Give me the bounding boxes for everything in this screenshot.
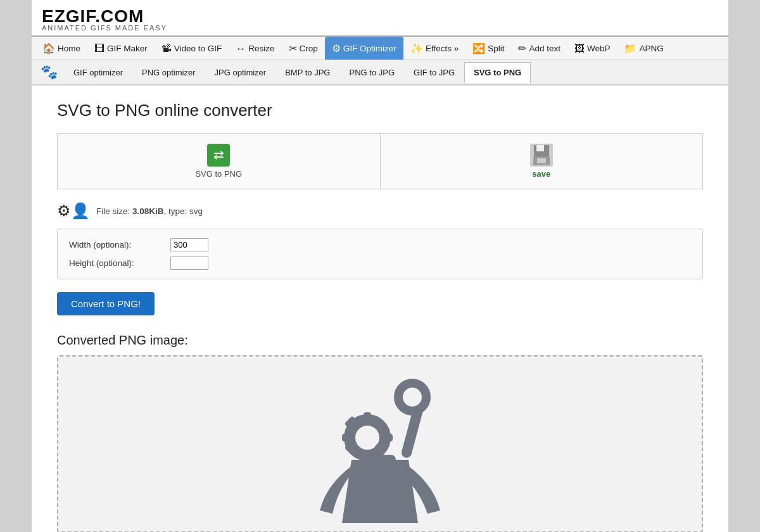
webp-icon: 🖼 [574,43,585,54]
nav-optimizer-label: GIF Optimizer [343,44,396,53]
svg-text:⇄: ⇄ [213,148,224,162]
split-icon: 🔀 [472,42,485,54]
subnav-svg-to-png[interactable]: SVG to PNG [464,62,531,83]
nav-apng-label: APNG [639,44,663,53]
sub-nav: 🐾 GIF optimizer PNG optimizer JPG optimi… [32,60,728,86]
result-title: Converted PNG image: [57,333,703,348]
file-info-area: ⚙👤 File size: 3.08KiB, type: svg [57,202,703,220]
nav-effects[interactable]: ✨ Effects » [403,37,466,60]
page-title: SVG to PNG online converter [57,101,703,120]
video-icon: 📽 [162,43,172,54]
nav-gif-maker[interactable]: 🎞 GIF Maker [87,37,155,60]
save-icon [530,144,553,167]
nav-webp-label: WebP [587,44,611,53]
nav-home-label: Home [58,44,80,53]
subnav-gif-optimizer[interactable]: GIF optimizer [64,62,132,83]
subnav-bmp-to-jpg[interactable]: BMP to JPG [276,62,339,83]
save-button[interactable]: save [381,134,703,189]
add-text-icon: ✏ [518,42,526,54]
file-icon: ⚙👤 [57,202,90,220]
nav-gif-maker-label: GIF Maker [107,44,148,53]
apng-icon: 📁 [624,42,636,54]
resize-icon: ↔ [236,43,246,54]
result-image [279,362,481,526]
convert-icon: ⇄ [207,144,230,167]
subnav-jpg-optimizer[interactable]: JPG optimizer [205,62,276,83]
nav-gif-optimizer[interactable]: ⚙ GIF Optimizer [325,37,403,60]
effects-icon: ✨ [410,42,423,54]
nav-video-label: Video to GIF [174,44,222,53]
main-content: SVG to PNG online converter ⇄ SVG to PNG [32,86,728,532]
file-info-text: File size: 3.08KiB, type: svg [96,206,203,216]
subnav-logo: 🐾 [34,60,64,84]
subnav-gif-to-jpg[interactable]: GIF to JPG [404,62,464,83]
nav-crop[interactable]: ✂ Crop [282,37,325,60]
nav-crop-label: Crop [300,44,318,53]
options-box: Width (optional): Height (optional): [57,229,703,279]
gif-maker-icon: 🎞 [94,43,104,54]
height-label: Height (optional): [69,258,170,268]
nav-resize-label: Resize [248,44,274,53]
svg-to-png-button[interactable]: ⇄ SVG to PNG [58,134,381,189]
svg-rect-4 [536,145,544,151]
nav-home[interactable]: 🏠 Home [35,37,87,60]
height-option-row: Height (optional): [69,256,691,270]
nav-apng[interactable]: 📁 APNG [617,37,670,60]
upload-button-label: SVG to PNG [195,169,242,179]
logo-sub: ANIMATED GIFS MADE EASY [42,24,167,32]
svg-rect-12 [381,434,393,441]
crop-icon: ✂ [289,42,297,54]
height-input[interactable] [170,256,208,270]
nav-add-text[interactable]: ✏ Add text [511,37,567,60]
nav-split[interactable]: 🔀 Split [466,37,511,60]
save-button-label: save [532,169,550,179]
svg-point-18 [406,391,419,403]
main-nav: 🏠 Home 🎞 GIF Maker 📽 Video to GIF ↔ Resi… [32,37,728,60]
result-image-box [57,355,703,532]
nav-effects-label: Effects » [426,44,459,53]
nav-split-label: Split [488,44,504,53]
svg-rect-9 [364,412,371,424]
home-icon: 🏠 [42,42,55,54]
nav-video-to-gif[interactable]: 📽 Video to GIF [155,37,229,60]
logo[interactable]: EZGIF.COM ANIMATED GIFS MADE EASY [42,6,167,32]
nav-add-text-label: Add text [529,44,560,53]
svg-rect-11 [342,434,353,441]
svg-point-8 [358,429,376,446]
subnav-png-to-jpg[interactable]: PNG to JPG [339,62,404,83]
convert-button[interactable]: Convert to PNG! [57,292,155,315]
subnav-png-optimizer[interactable]: PNG optimizer [132,62,205,83]
optimizer-icon: ⚙ [332,42,341,54]
width-option-row: Width (optional): [69,238,691,251]
nav-webp[interactable]: 🖼 WebP [567,37,618,60]
file-size: 3.08KiB [132,206,164,216]
svg-rect-6 [537,158,546,163]
upload-area: ⇄ SVG to PNG save [57,133,703,189]
nav-resize[interactable]: ↔ Resize [229,37,281,60]
width-input[interactable] [170,238,208,251]
width-label: Width (optional): [69,240,170,250]
svg-rect-20 [364,455,396,465]
